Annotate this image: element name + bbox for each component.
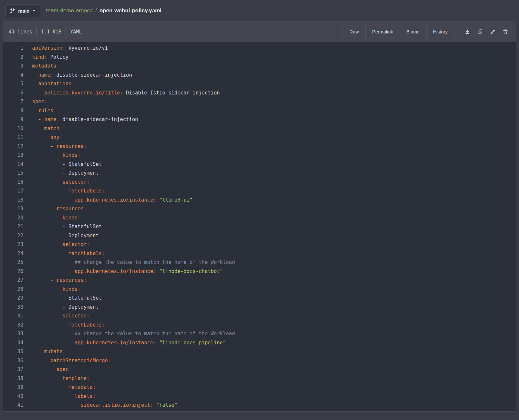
breadcrumb: team-demo-argocd / open-webui-policy.yam… xyxy=(46,7,162,14)
line-number[interactable]: 26 xyxy=(3,267,23,276)
line-number[interactable]: 12 xyxy=(3,142,23,151)
line-content: - Deployment xyxy=(23,169,99,178)
code-line: 4 name: disable-sidecar-injection xyxy=(3,71,516,80)
line-number[interactable]: 31 xyxy=(3,312,23,321)
line-content: - Deployment xyxy=(23,303,99,312)
line-number[interactable]: 13 xyxy=(3,151,23,160)
line-number[interactable]: 32 xyxy=(3,321,23,330)
copy-button[interactable] xyxy=(475,27,485,37)
delete-button[interactable] xyxy=(501,27,510,37)
code-line: 11 any: xyxy=(3,133,516,142)
code-line: 23 selector: xyxy=(3,240,516,249)
line-number[interactable]: 37 xyxy=(3,365,23,374)
history-button[interactable]: History xyxy=(426,26,454,38)
breadcrumb-filename: open-webui-policy.yaml xyxy=(99,7,161,14)
line-content: matchLabels: xyxy=(23,321,105,330)
code-line: 34 app.kubernetes.io/instance: "linode-d… xyxy=(3,339,516,348)
code-line: 15 - Deployment xyxy=(3,169,516,178)
code-line: 9 - name: disable-sidecar-injection xyxy=(3,115,516,124)
line-content: app.kubernetes.io/instance: "linode-docs… xyxy=(23,267,223,276)
code-line: 40 labels: xyxy=(3,392,516,401)
file-header: 41 lines 1.1 KiB YAML Raw Permalink Blam… xyxy=(3,22,516,42)
file-view-box: 41 lines 1.1 KiB YAML Raw Permalink Blam… xyxy=(3,21,516,412)
line-number[interactable]: 38 xyxy=(3,374,23,383)
line-number[interactable]: 3 xyxy=(3,62,23,71)
file-lines-count: 41 lines xyxy=(9,29,32,35)
line-number[interactable]: 1 xyxy=(3,44,23,53)
blame-button[interactable]: Blame xyxy=(400,26,426,38)
breadcrumb-separator: / xyxy=(95,7,97,14)
line-content: kinds: xyxy=(23,214,80,223)
line-content: annotations: xyxy=(23,80,75,89)
code-line: 26 app.kubernetes.io/instance: "linode-d… xyxy=(3,267,516,276)
line-number[interactable]: 40 xyxy=(3,392,23,401)
line-content: - StatefulSet xyxy=(23,222,102,231)
line-number[interactable]: 29 xyxy=(3,294,23,303)
line-content: policies.kyverno.io/title: Disable Istio… xyxy=(23,89,220,98)
line-number[interactable]: 5 xyxy=(3,80,23,89)
line-number[interactable]: 21 xyxy=(3,222,23,231)
breadcrumb-repo-link[interactable]: team-demo-argocd xyxy=(46,7,93,14)
line-number[interactable]: 19 xyxy=(3,204,23,214)
line-content: name: disable-sidecar-injection xyxy=(23,71,132,80)
line-number[interactable]: 14 xyxy=(3,160,23,169)
line-number[interactable]: 41 xyxy=(3,401,23,410)
code-line: 22 - Deployment xyxy=(3,231,516,241)
line-number[interactable]: 4 xyxy=(3,71,23,80)
code-line: 17 matchLabels: xyxy=(3,187,516,196)
line-content: apiVersion: kyverno.io/v1 xyxy=(23,44,108,53)
code-line: 5 annotations: xyxy=(3,80,516,89)
code-line: 12 - resources: xyxy=(3,142,516,151)
line-number[interactable]: 24 xyxy=(3,249,23,258)
line-number[interactable]: 15 xyxy=(3,169,23,178)
line-content: matchLabels: xyxy=(23,249,105,258)
code-line: 27 - resources: xyxy=(3,276,516,285)
line-number[interactable]: 23 xyxy=(3,240,23,249)
line-number[interactable]: 25 xyxy=(3,258,23,267)
line-number[interactable]: 7 xyxy=(3,97,23,106)
line-number[interactable]: 6 xyxy=(3,89,23,98)
line-number[interactable]: 11 xyxy=(3,133,23,142)
code-line: 10 match: xyxy=(3,124,516,133)
code-line: 31 selector: xyxy=(3,312,516,321)
line-number[interactable]: 34 xyxy=(3,339,23,348)
line-content: rules: xyxy=(23,106,56,116)
code-line: 14 - StatefulSet xyxy=(3,160,516,169)
line-number[interactable]: 39 xyxy=(3,383,23,392)
line-number[interactable]: 36 xyxy=(3,356,23,365)
branch-selector-button[interactable]: main xyxy=(5,4,40,17)
line-content: - resources: xyxy=(23,142,87,151)
line-content: selector: xyxy=(23,240,90,249)
line-number[interactable]: 17 xyxy=(3,187,23,196)
line-content: matchLabels: xyxy=(23,187,105,196)
line-number[interactable]: 27 xyxy=(3,276,23,285)
line-number[interactable]: 30 xyxy=(3,303,23,312)
line-number[interactable]: 16 xyxy=(3,178,23,187)
edit-button[interactable] xyxy=(488,27,498,37)
top-bar: main team-demo-argocd / open-webui-polic… xyxy=(0,0,519,21)
code-line: 16 selector: xyxy=(3,178,516,187)
raw-button[interactable]: Raw xyxy=(343,26,365,38)
trash-icon xyxy=(502,29,508,35)
code-line: 18 app.kubernetes.io/instance: "llama3-u… xyxy=(3,196,516,205)
line-content: selector: xyxy=(23,178,90,187)
line-number[interactable]: 33 xyxy=(3,329,23,339)
line-number[interactable]: 22 xyxy=(3,231,23,241)
permalink-button[interactable]: Permalink xyxy=(365,26,399,38)
line-content: - resources: xyxy=(23,276,87,285)
line-content: spec: xyxy=(23,97,47,106)
line-number[interactable]: 9 xyxy=(3,115,23,124)
line-number[interactable]: 18 xyxy=(3,196,23,205)
line-number[interactable]: 20 xyxy=(3,214,23,223)
line-number[interactable]: 2 xyxy=(3,53,23,62)
line-content: ## change the value to match the name of… xyxy=(23,329,235,339)
line-content: app.kubernetes.io/instance: "llama3-ui" xyxy=(23,196,193,205)
line-number[interactable]: 8 xyxy=(3,106,23,116)
line-number[interactable]: 10 xyxy=(3,124,23,133)
line-content: match: xyxy=(23,124,62,133)
download-button[interactable] xyxy=(463,27,472,37)
code-line: 13 kinds: xyxy=(3,151,516,160)
line-number[interactable]: 35 xyxy=(3,347,23,356)
line-number[interactable]: 28 xyxy=(3,285,23,294)
code-line: 36 patchStrategicMerge: xyxy=(3,356,516,365)
